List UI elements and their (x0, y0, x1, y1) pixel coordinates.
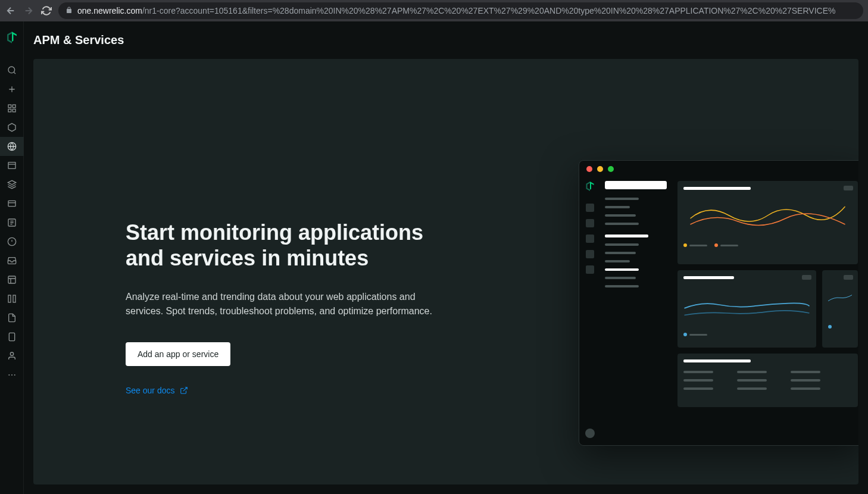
entities-icon[interactable] (0, 118, 24, 137)
mockup-line-chart (683, 284, 810, 326)
legend-dot-blue (828, 325, 832, 329)
mockup-legend (683, 333, 810, 336)
mockup-nav-line (605, 243, 639, 246)
svg-rect-10 (8, 276, 15, 283)
add-app-button[interactable]: Add an app or service (126, 342, 230, 366)
mockup-card-title (683, 276, 734, 279)
traces-icon[interactable] (0, 289, 24, 308)
mockup-data-cell (791, 387, 820, 390)
add-icon[interactable] (0, 80, 24, 99)
external-link-icon (180, 386, 188, 395)
synthetics-icon[interactable] (0, 308, 24, 327)
apm-icon[interactable] (0, 137, 24, 156)
svg-point-16 (11, 374, 13, 376)
mockup-side-item (586, 250, 594, 258)
alerts-icon[interactable] (0, 232, 24, 251)
mockup-data-cell (737, 371, 767, 373)
mockup-sidebar (579, 177, 600, 445)
browser-nav-icon[interactable] (0, 156, 24, 175)
reload-button[interactable] (40, 5, 52, 17)
mockup-card-tag (844, 186, 853, 190)
forward-button[interactable] (23, 5, 35, 17)
inbox-icon[interactable] (0, 251, 24, 270)
mockup-legend (828, 325, 852, 329)
back-button[interactable] (5, 5, 17, 17)
content-area: Start monitoring applications and servic… (33, 59, 858, 484)
svg-rect-1 (8, 105, 11, 108)
mockup-chart-row (677, 270, 858, 348)
mockup-card-title (683, 359, 751, 362)
svg-point-14 (10, 352, 13, 355)
mockup-nav-header (605, 181, 667, 189)
mockup-nav-line (605, 277, 636, 279)
mockup-charts (672, 177, 858, 445)
all-capabilities-icon[interactable] (0, 99, 24, 118)
mockup-logo (585, 181, 595, 194)
mockup-legend-label (720, 245, 738, 246)
mockup-nav-line (605, 260, 630, 262)
mockup-wave-chart (683, 195, 852, 236)
mockup-body (579, 177, 858, 445)
mockup-nav-line (605, 252, 636, 254)
svg-point-0 (8, 67, 15, 73)
user-icon[interactable] (0, 346, 24, 365)
mockup-avatar (585, 429, 595, 438)
mockup-chart-card (677, 354, 858, 407)
mockup-side-item (586, 265, 594, 274)
more-icon[interactable] (0, 365, 24, 384)
mockup-data-cell (791, 379, 820, 382)
mockup-data-row (683, 379, 852, 382)
mobile-icon[interactable] (0, 327, 24, 346)
search-icon[interactable] (0, 61, 24, 80)
mockup-data-rows (683, 371, 852, 390)
svg-point-17 (14, 374, 15, 376)
mockup-card-tag (844, 275, 853, 280)
mockup-legend-item (714, 243, 738, 247)
traffic-light-yellow (597, 166, 603, 172)
app-container: APM & Services Start monitoring applicat… (0, 21, 868, 494)
mockup-data-row (683, 387, 852, 390)
page-header: APM & Services (24, 21, 868, 59)
url-bar[interactable]: one.newrelic.com/nr1-core?account=105161… (58, 2, 863, 19)
legend-dot-blue (683, 333, 687, 336)
newrelic-logo[interactable] (6, 31, 18, 46)
browser-chrome: one.newrelic.com/nr1-core?account=105161… (0, 0, 868, 21)
docs-link[interactable]: See our docs (126, 386, 188, 395)
page-title: APM & Services (33, 33, 858, 47)
mockup-legend (683, 243, 852, 247)
mockup-nav-line (605, 206, 630, 208)
mockup-card-tag (802, 275, 811, 280)
mockup-chart-card (677, 270, 816, 348)
svg-rect-13 (9, 333, 14, 340)
hero-section: Start monitoring applications and servic… (33, 59, 450, 484)
mockup-legend-label (689, 245, 707, 246)
mockup-side-item (586, 235, 594, 243)
mockup-data-cell (791, 371, 820, 373)
infrastructure-icon[interactable] (0, 175, 24, 194)
svg-rect-12 (13, 295, 15, 302)
traffic-light-green (608, 166, 614, 172)
svg-rect-7 (8, 201, 15, 206)
mockup-data-row (683, 371, 852, 373)
mockup-legend-label (689, 334, 707, 336)
hero-title: Start monitoring applications and servic… (126, 220, 450, 271)
mockup-nav-line (605, 285, 639, 287)
mockup-chart-card (677, 181, 858, 264)
mockup-nav-line (605, 268, 639, 271)
svg-rect-4 (8, 109, 11, 112)
mockup-section-header (605, 235, 648, 237)
mockup-nav-line (605, 198, 639, 200)
mockup-data-cell (683, 387, 713, 390)
main-content: APM & Services Start monitoring applicat… (24, 21, 868, 494)
svg-rect-3 (13, 109, 15, 112)
mockup-nav-column (600, 177, 672, 445)
mockup-card-title (683, 187, 751, 190)
logs-icon[interactable] (0, 213, 24, 232)
mockup-data-cell (683, 379, 713, 382)
mockup-legend-item (683, 243, 707, 247)
dashboards-icon[interactable] (0, 270, 24, 289)
kubernetes-icon[interactable] (0, 194, 24, 213)
sidebar (0, 21, 24, 494)
mockup-nav-line (605, 214, 636, 217)
docs-link-label: See our docs (126, 386, 175, 395)
